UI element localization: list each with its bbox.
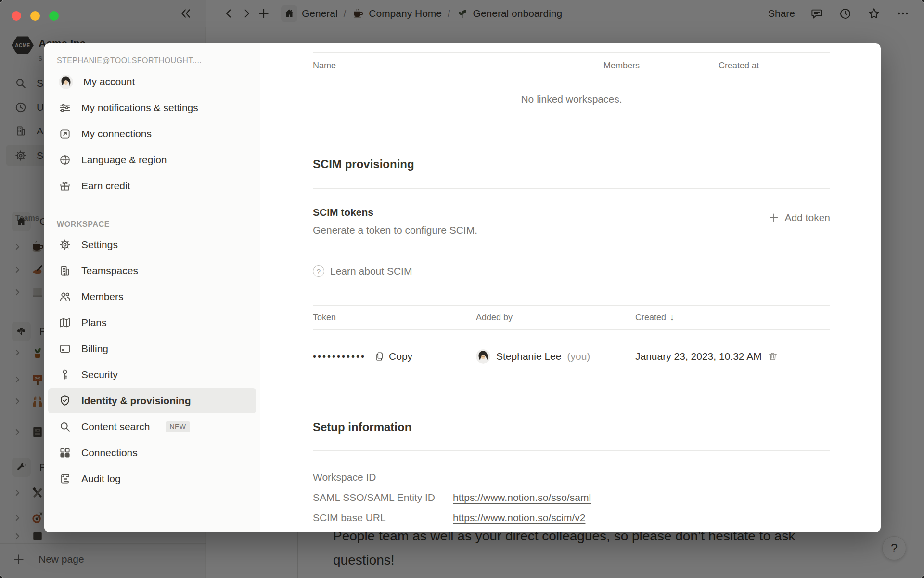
- added-by-you-suffix: (you): [567, 351, 590, 362]
- question-circle-icon: ?: [313, 265, 324, 277]
- column-header-added-by: Added by: [476, 313, 635, 323]
- settings-item-label: Members: [81, 291, 124, 302]
- section-divider: [313, 188, 830, 189]
- settings-item-content-search[interactable]: Content search NEW: [48, 414, 256, 439]
- settings-item-label: Settings: [81, 239, 118, 250]
- new-badge: NEW: [166, 421, 190, 432]
- credit-card-icon: [59, 342, 71, 355]
- setup-information-rows: Workspace ID SAML SSO/SAML Entity ID htt…: [313, 467, 830, 528]
- empty-state-text: No linked workspaces.: [313, 79, 830, 127]
- settings-item-notifications[interactable]: My notifications & settings: [48, 95, 256, 120]
- sliders-icon: [59, 102, 71, 114]
- settings-item-label: My connections: [81, 128, 152, 140]
- scim-token-table: Token Added by Created ↓ ••••••••••• Cop…: [313, 305, 830, 383]
- settings-sidebar: STEPHANIE@TOOLSFORTHOUGHT.... My account…: [44, 43, 260, 532]
- settings-item-label: Identity & provisioning: [81, 395, 191, 407]
- settings-item-language-region[interactable]: Language & region: [48, 147, 256, 172]
- plus-icon: [768, 212, 780, 223]
- add-token-label: Add token: [784, 212, 830, 223]
- user-avatar: [59, 75, 73, 89]
- key-icon: [59, 368, 71, 381]
- user-avatar: [476, 349, 490, 364]
- column-header-created[interactable]: Created ↓: [635, 313, 830, 323]
- settings-item-earn-credit[interactable]: Earn credit: [48, 173, 256, 198]
- scim-tokens-title: SCIM tokens: [313, 206, 477, 219]
- added-by-name: Stephanie Lee: [496, 351, 561, 362]
- created-timestamp: January 23, 2023, 10:32 AM: [635, 351, 762, 362]
- settings-item-label: Teamspaces: [81, 265, 138, 276]
- people-icon: [59, 290, 71, 303]
- minimize-window-button[interactable]: [30, 11, 40, 21]
- settings-item-label: Security: [81, 369, 118, 381]
- notion-window: General / Company Home / General onboard…: [0, 0, 924, 578]
- gift-icon: [59, 180, 71, 192]
- linked-workspaces-table: Name Members Created at No linked worksp…: [313, 52, 830, 127]
- settings-item-label: Language & region: [81, 154, 167, 166]
- grid-icon: [59, 447, 71, 459]
- scim-base-url-link[interactable]: https://www.notion.so/scim/v2: [453, 512, 585, 524]
- settings-item-label: My notifications & settings: [81, 102, 198, 114]
- account-email-header: STEPHANIE@TOOLSFORTHOUGHT....: [44, 55, 260, 66]
- settings-item-settings[interactable]: Settings: [48, 232, 256, 257]
- copy-icon: [374, 351, 385, 362]
- setup-label: SAML SSO/SAML Entity ID: [313, 492, 453, 503]
- workspace-section-header: WORKSPACE: [44, 220, 260, 229]
- globe-icon: [59, 154, 71, 166]
- settings-item-label: Connections: [81, 447, 138, 459]
- masked-token-value: •••••••••••: [313, 351, 366, 362]
- settings-item-label: My account: [83, 76, 135, 88]
- setup-row-workspace-id: Workspace ID: [313, 467, 830, 487]
- close-window-button[interactable]: [12, 11, 21, 21]
- setup-label: SCIM base URL: [313, 512, 453, 524]
- settings-item-my-connections[interactable]: My connections: [48, 121, 256, 146]
- copy-label: Copy: [389, 351, 412, 362]
- gear-icon: [59, 238, 71, 251]
- settings-item-plans[interactable]: Plans: [48, 310, 256, 335]
- column-header-token: Token: [313, 313, 476, 323]
- arrow-up-right-icon: [59, 128, 71, 140]
- settings-item-security[interactable]: Security: [48, 362, 256, 387]
- zoom-window-button[interactable]: [49, 11, 59, 21]
- map-icon: [59, 316, 71, 329]
- table-header-row: Name Members Created at: [313, 53, 830, 79]
- trash-icon[interactable]: [768, 351, 778, 362]
- saml-sso-link[interactable]: https://www.notion.so/sso/saml: [453, 492, 591, 503]
- window-controls: [12, 11, 59, 21]
- setup-information-heading: Setup information: [313, 420, 830, 435]
- settings-item-billing[interactable]: Billing: [48, 336, 256, 361]
- setup-row-scim-base-url: SCIM base URL https://www.notion.so/scim…: [313, 508, 830, 528]
- settings-item-connections[interactable]: Connections: [48, 440, 256, 465]
- settings-item-label: Billing: [81, 343, 108, 355]
- token-table-row: ••••••••••• Copy Stephanie Lee (you): [313, 330, 830, 383]
- setup-label: Workspace ID: [313, 472, 453, 483]
- building-icon: [59, 264, 71, 277]
- settings-modal: STEPHANIE@TOOLSFORTHOUGHT.... My account…: [44, 43, 881, 532]
- audit-scroll-icon: [59, 473, 71, 485]
- settings-item-my-account[interactable]: My account: [48, 69, 256, 94]
- settings-item-members[interactable]: Members: [48, 284, 256, 309]
- column-header-created-at: Created at: [719, 61, 830, 71]
- column-header-name: Name: [313, 61, 603, 71]
- scim-tokens-description: Generate a token to configure SCIM.: [313, 224, 477, 236]
- settings-item-teamspaces[interactable]: Teamspaces: [48, 258, 256, 283]
- learn-about-scim-link[interactable]: ? Learn about SCIM: [313, 265, 830, 277]
- table-header-row: Token Added by Created ↓: [313, 306, 830, 330]
- search-icon: [59, 420, 71, 433]
- setup-row-saml-entity-id: SAML SSO/SAML Entity ID https://www.noti…: [313, 487, 830, 508]
- section-divider: [313, 450, 830, 451]
- shield-check-icon: [59, 394, 71, 407]
- settings-content: Name Members Created at No linked worksp…: [260, 43, 881, 532]
- sort-descending-icon: ↓: [670, 313, 674, 323]
- copy-token-button[interactable]: Copy: [374, 351, 412, 362]
- settings-item-label: Earn credit: [81, 180, 130, 192]
- scim-provisioning-heading: SCIM provisioning: [313, 157, 830, 172]
- settings-item-identity-provisioning[interactable]: Identity & provisioning: [48, 388, 256, 413]
- settings-item-label: Audit log: [81, 473, 121, 485]
- add-token-button[interactable]: Add token: [768, 212, 830, 223]
- learn-about-scim-label: Learn about SCIM: [330, 265, 412, 277]
- column-header-members: Members: [603, 61, 719, 71]
- scim-tokens-row: SCIM tokens Generate a token to configur…: [313, 206, 830, 236]
- settings-item-audit-log[interactable]: Audit log: [48, 466, 256, 491]
- settings-item-label: Plans: [81, 317, 107, 328]
- settings-item-label: Content search: [81, 421, 150, 433]
